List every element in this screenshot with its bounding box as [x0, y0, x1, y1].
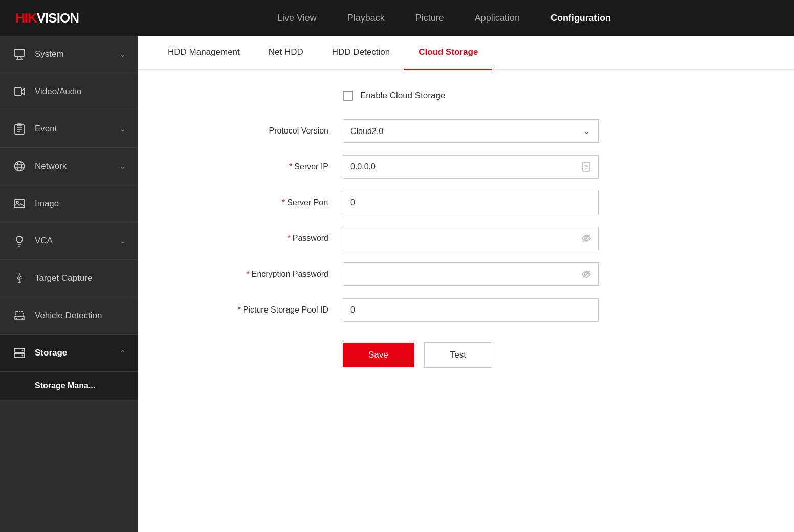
- nav-live-view[interactable]: Live View: [277, 11, 317, 26]
- password-label: *Password: [169, 234, 343, 243]
- tab-net-hdd[interactable]: Net HDD: [254, 36, 318, 70]
- target-icon: [12, 271, 27, 285]
- nav-playback[interactable]: Playback: [347, 11, 385, 26]
- server-ip-input-wrapper: [343, 155, 599, 179]
- sidebar: System ⌄ Video/Audio: [0, 36, 138, 532]
- sidebar-item-storage-mana[interactable]: Storage Mana...: [0, 372, 138, 400]
- svg-line-2: [21, 56, 21, 59]
- sidebar-item-network[interactable]: Network ⌄: [0, 148, 138, 185]
- chevron-down-icon: ⌄: [120, 237, 126, 245]
- cloud-storage-form: Enable Cloud Storage Protocol Version Cl…: [138, 70, 794, 532]
- protocol-version-label: Protocol Version: [169, 126, 343, 136]
- enable-cloud-storage-checkbox[interactable]: [343, 91, 353, 101]
- chevron-down-icon: ⌄: [120, 50, 126, 58]
- sidebar-item-event[interactable]: Event ⌄: [0, 110, 138, 148]
- sidebar-label-video-audio: Video/Audio: [35, 86, 126, 97]
- enable-cloud-storage-label: Enable Cloud Storage: [360, 91, 445, 101]
- server-ip-input[interactable]: [343, 155, 599, 179]
- required-star: *: [238, 305, 241, 314]
- sidebar-item-system[interactable]: System ⌄: [0, 36, 138, 73]
- protocol-version-select[interactable]: Cloud2.0 Cloud1.0: [343, 119, 599, 143]
- nav-application[interactable]: Application: [475, 11, 520, 26]
- pool-id-input[interactable]: [343, 298, 599, 322]
- test-button[interactable]: Test: [424, 342, 492, 368]
- svg-line-1: [17, 56, 18, 59]
- svg-rect-14: [14, 199, 25, 208]
- sidebar-label-vca: VCA: [35, 236, 120, 246]
- main-layout: System ⌄ Video/Audio: [0, 36, 794, 532]
- svg-point-27: [22, 350, 24, 351]
- required-star: *: [246, 270, 249, 278]
- protocol-version-row: Protocol Version Cloud2.0 Cloud1.0 ⌄: [169, 119, 763, 143]
- server-ip-label: *Server IP: [169, 162, 343, 171]
- encryption-password-label: *Encryption Password: [169, 270, 343, 279]
- nav-links: Live View Playback Picture Application C…: [109, 11, 779, 26]
- sidebar-label-image: Image: [35, 198, 126, 209]
- encryption-password-input-wrapper: [343, 262, 599, 286]
- image-icon: [12, 196, 27, 211]
- save-button[interactable]: Save: [343, 343, 414, 367]
- required-star: *: [289, 162, 292, 171]
- svg-point-10: [15, 162, 25, 171]
- password-input-wrapper: [343, 227, 599, 250]
- protocol-version-select-wrapper: Cloud2.0 Cloud1.0 ⌄: [343, 119, 599, 143]
- sidebar-label-target-capture: Target Capture: [35, 273, 126, 283]
- sidebar-item-video-audio[interactable]: Video/Audio: [0, 73, 138, 110]
- clipboard-icon: [12, 122, 27, 136]
- svg-point-11: [17, 162, 22, 171]
- svg-rect-22: [15, 312, 24, 317]
- server-port-label: *Server Port: [169, 198, 343, 207]
- server-port-input[interactable]: [343, 191, 599, 214]
- tab-hdd-management[interactable]: HDD Management: [153, 36, 254, 70]
- sidebar-item-vca[interactable]: VCA ⌄: [0, 223, 138, 260]
- sidebar-item-image[interactable]: Image: [0, 185, 138, 223]
- encryption-password-input[interactable]: [343, 262, 599, 286]
- server-ip-row: *Server IP: [169, 155, 763, 179]
- encryption-password-row: *Encryption Password: [169, 262, 763, 286]
- video-icon: [12, 84, 27, 99]
- bulb-icon: [12, 234, 27, 248]
- enable-row: Enable Cloud Storage: [343, 91, 763, 101]
- svg-point-19: [19, 277, 20, 279]
- sidebar-item-target-capture[interactable]: Target Capture: [0, 260, 138, 297]
- sidebar-item-vehicle-detection[interactable]: Vehicle Detection: [0, 297, 138, 335]
- sidebar-label-system: System: [35, 49, 120, 59]
- vehicle-icon: [12, 308, 27, 323]
- required-star: *: [288, 234, 291, 242]
- sidebar-label-vehicle-detection: Vehicle Detection: [35, 311, 126, 321]
- top-navigation: HIKVISION Live View Playback Picture App…: [0, 0, 794, 36]
- monitor-icon: [12, 47, 27, 61]
- pool-id-label: *Picture Storage Pool ID: [169, 305, 343, 315]
- chevron-down-icon: ⌄: [120, 162, 126, 170]
- server-port-row: *Server Port: [169, 191, 763, 214]
- tab-cloud-storage[interactable]: Cloud Storage: [404, 36, 492, 70]
- button-row: Save Test: [343, 342, 763, 368]
- svg-rect-0: [14, 49, 25, 56]
- logo-hik: HIK: [15, 10, 37, 26]
- password-row: *Password: [169, 227, 763, 250]
- sidebar-item-storage[interactable]: Storage ⌃: [0, 335, 138, 372]
- svg-point-24: [22, 318, 24, 320]
- svg-point-23: [16, 318, 17, 320]
- tab-bar: HDD Management Net HDD HDD Detection Clo…: [138, 36, 794, 70]
- svg-point-28: [22, 355, 24, 357]
- chevron-up-icon: ⌃: [120, 349, 126, 357]
- logo-vision: VISION: [37, 10, 79, 26]
- logo: HIKVISION: [15, 10, 79, 26]
- svg-rect-4: [14, 88, 21, 95]
- nav-picture[interactable]: Picture: [415, 11, 444, 26]
- content-area: HDD Management Net HDD HDD Detection Clo…: [138, 36, 794, 532]
- tab-hdd-detection[interactable]: HDD Detection: [318, 36, 404, 70]
- sidebar-label-event: Event: [35, 124, 120, 134]
- storage-icon: [12, 346, 27, 360]
- pool-id-row: *Picture Storage Pool ID: [169, 298, 763, 322]
- sidebar-submenu-storage: Storage Mana...: [0, 372, 138, 400]
- required-star: *: [282, 198, 285, 207]
- nav-configuration[interactable]: Configuration: [550, 11, 611, 26]
- password-input[interactable]: [343, 227, 599, 250]
- globe-icon: [12, 159, 27, 173]
- chevron-down-icon: ⌄: [120, 125, 126, 133]
- sidebar-label-network: Network: [35, 161, 120, 171]
- sidebar-label-storage: Storage: [35, 348, 120, 358]
